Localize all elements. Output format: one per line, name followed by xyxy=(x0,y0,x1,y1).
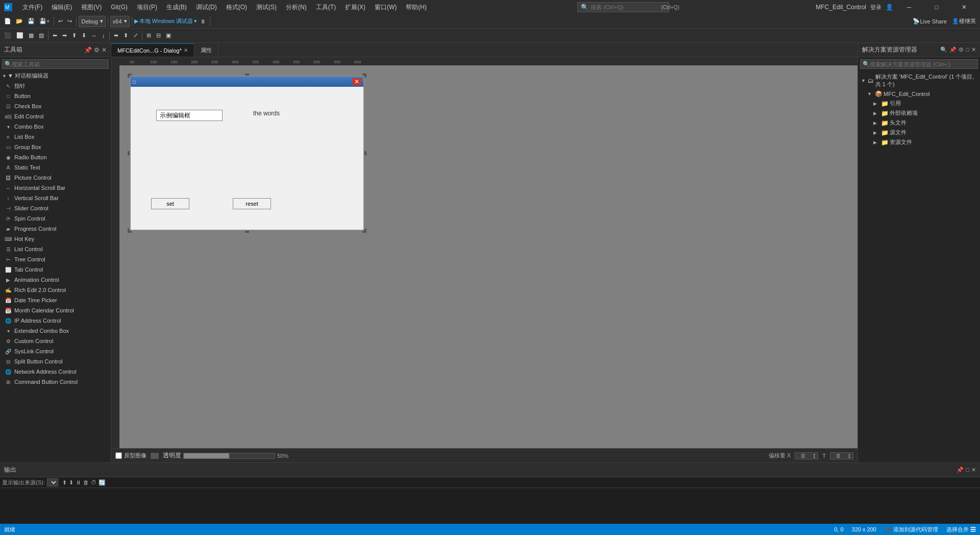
toolbox-settings-icon[interactable]: ⚙ xyxy=(94,46,100,54)
open-btn[interactable]: 📂 xyxy=(14,16,25,27)
member-btn[interactable]: 👤 楼继英 xyxy=(950,16,978,27)
size-v-btn[interactable]: ⬍ xyxy=(121,30,130,41)
sol-search-icon[interactable]: 🔍 xyxy=(940,46,947,53)
platform-dropdown[interactable]: x64 ▾ xyxy=(110,16,130,27)
toolbox-item-progresscontrol[interactable]: ▰ Progress Control xyxy=(0,224,111,234)
close-button[interactable]: ✕ xyxy=(952,0,976,14)
output-pause-icon[interactable]: ⏸ xyxy=(76,479,81,486)
sol-settings-icon[interactable]: ⚙ xyxy=(959,46,964,53)
toolbox-close-icon[interactable]: ✕ xyxy=(102,46,107,54)
output-settings-icon[interactable]: ⏱ xyxy=(91,479,96,486)
align-right-btn[interactable]: ➡ xyxy=(60,30,69,41)
offset-y-down-button[interactable]: ▼ xyxy=(846,456,853,459)
toolbox-item-vscrollbar[interactable]: ↕ Vertical Scroll Bar xyxy=(0,193,111,203)
save-btn[interactable]: 💾 xyxy=(26,16,37,27)
status-selection[interactable]: 选择合并 ☰ xyxy=(946,526,976,533)
toolbox-item-syslinkcontrol[interactable]: 🔗 SysLink Control xyxy=(0,346,111,356)
sol-close-icon[interactable]: ✕ xyxy=(971,46,976,53)
toolbox-item-animationcontrol[interactable]: ▶ Animation Control xyxy=(0,275,111,285)
tab-order-btn[interactable]: ⊟ xyxy=(154,30,163,41)
canvas-main[interactable]: 50100150200250300350400450500550600 xyxy=(111,57,857,463)
align-center-h-btn[interactable]: ↔ xyxy=(89,30,99,41)
tab-properties[interactable]: 属性 xyxy=(194,43,218,57)
status-add-source[interactable]: ➕ 添加到源代码管理 xyxy=(885,526,938,533)
sol-pin-icon[interactable]: 📌 xyxy=(949,46,957,53)
toolbox-item-splitbutton[interactable]: ⊟ Split Button Control xyxy=(0,356,111,367)
menu-edit[interactable]: 编辑(E) xyxy=(47,2,76,13)
output-pin-icon[interactable]: 📌 xyxy=(957,467,964,473)
menu-analyze[interactable]: 分析(N) xyxy=(282,2,311,13)
menu-git[interactable]: Git(G) xyxy=(107,3,132,12)
format-btn1[interactable]: ⬛ xyxy=(2,30,13,41)
solution-search-input[interactable] xyxy=(870,61,975,67)
toolbox-item-listbox[interactable]: ≡ List Box xyxy=(0,132,111,142)
toolbox-item-picturecontrol[interactable]: 🖼 Picture Control xyxy=(0,173,111,183)
align-center-v-btn[interactable]: ↕ xyxy=(100,30,107,41)
maximize-button[interactable]: □ xyxy=(925,0,948,14)
dialog-reset-button[interactable]: reset xyxy=(233,198,271,209)
menu-project[interactable]: 项目(P) xyxy=(133,2,161,13)
grid-btn[interactable]: ⊞ xyxy=(144,30,153,41)
toolbox-item-editcontrol[interactable]: ab| Edit Control xyxy=(0,111,111,121)
format-btn3[interactable]: ▦ xyxy=(27,30,36,41)
toolbox-item-ipaddress[interactable]: 🌐 IP Address Control xyxy=(0,315,111,326)
toolbox-item-datetimepicker[interactable]: 📅 Date Time Picker xyxy=(0,295,111,305)
toolbox-item-button[interactable]: □ Button xyxy=(0,91,111,101)
offset-y-spinner[interactable]: ▲ ▼ xyxy=(830,452,853,459)
offset-x-down-button[interactable]: ▼ xyxy=(811,456,818,459)
redo-btn[interactable]: ↪ xyxy=(65,16,74,27)
sol-maximize-icon[interactable]: □ xyxy=(966,46,969,53)
toolbox-item-monthcalendar[interactable]: 📆 Month Calendar Control xyxy=(0,305,111,315)
tree-external-deps[interactable]: ▶ 📁 外部依赖项 xyxy=(859,108,979,118)
toolbox-item-tabcontrol[interactable]: ⬜ Tab Control xyxy=(0,264,111,275)
output-up-icon[interactable]: ⬆ xyxy=(62,479,67,486)
output-maximize-icon[interactable]: □ xyxy=(966,467,969,473)
debug-mode-dropdown[interactable]: Debug ▾ xyxy=(79,16,105,27)
prototype-image-checkbox-label[interactable]: 原型图像 xyxy=(115,452,146,459)
solution-root-item[interactable]: ▼ 🗂 解决方案 'MFC_Edit_Control' (1 个项目, 共 1 … xyxy=(859,72,979,89)
dialog-edit-control[interactable] xyxy=(156,110,223,121)
solution-search-box[interactable]: 🔍 xyxy=(860,59,978,69)
align-bottom-btn[interactable]: ⬇ xyxy=(80,30,88,41)
menu-help[interactable]: 帮助(H) xyxy=(402,2,431,13)
format-btn2[interactable]: ⬜ xyxy=(14,30,26,41)
canvas-scroll[interactable]: □ ✕ the words set reset xyxy=(111,65,857,448)
menu-build[interactable]: 生成(B) xyxy=(162,2,191,13)
toolbox-item-hotkey[interactable]: ⌨ Hot Key xyxy=(0,234,111,244)
toolbox-item-extendedcombo[interactable]: ▾ Extended Combo Box xyxy=(0,326,111,336)
live-share-btn[interactable]: 📡 Live Share xyxy=(911,16,949,27)
toolbox-item-radiobutton[interactable]: ◉ Radio Button xyxy=(0,152,111,162)
tree-resources[interactable]: ▶ 📁 资源文件 xyxy=(859,137,979,147)
save-all-btn[interactable]: 💾+ xyxy=(37,16,52,27)
run-button[interactable]: ▶ 本地 Windows 调试器 ▾ xyxy=(134,16,198,27)
toolbox-item-combobox[interactable]: ▾ Combo Box xyxy=(0,121,111,132)
output-close-icon[interactable]: ✕ xyxy=(971,467,976,473)
dialog-close-button[interactable]: ✕ xyxy=(352,78,361,85)
output-source-dropdown[interactable] xyxy=(47,478,58,487)
align-top-btn[interactable]: ⬆ xyxy=(70,30,79,41)
menu-test[interactable]: 测试(S) xyxy=(252,2,281,13)
output-down-icon[interactable]: ⬇ xyxy=(69,479,74,486)
toolbox-item-spincontrol[interactable]: ⟳ Spin Control xyxy=(0,213,111,224)
login-button[interactable]: 登录 xyxy=(870,4,881,11)
offset-x-input[interactable] xyxy=(795,453,811,459)
format-btn4[interactable]: ▧ xyxy=(37,30,46,41)
dialog-set-button[interactable]: set xyxy=(151,198,189,209)
new-file-btn[interactable]: 📄 xyxy=(2,16,13,27)
tree-references[interactable]: ▶ 📁 引用 xyxy=(859,99,979,108)
toolbox-item-networkaddress[interactable]: 🌐 Network Address Control xyxy=(0,367,111,377)
output-refresh-icon[interactable]: 🔄 xyxy=(99,479,106,486)
tab-dialog[interactable]: MFCEditCon...G - Dialog* ✕ xyxy=(111,43,194,57)
toolbox-search-input[interactable] xyxy=(12,61,106,67)
toolbox-search[interactable]: 🔍 xyxy=(2,59,109,69)
menu-view[interactable]: 视图(V) xyxy=(77,2,106,13)
project-item[interactable]: ▼ 📦 MFC_Edit_Control xyxy=(859,89,979,99)
global-search-box[interactable]: 🔍 (Ctrl+Q) xyxy=(577,2,669,12)
size-both-btn[interactable]: ⤢ xyxy=(131,30,140,41)
menu-debug[interactable]: 调试(D) xyxy=(192,2,221,13)
horizontal-scrollbar[interactable] xyxy=(151,453,159,459)
toolbox-item-checkbox[interactable]: ☑ Check Box xyxy=(0,101,111,111)
toolbox-item-richedit20[interactable]: ✍ Rich Edit 2.0 Control xyxy=(0,285,111,295)
undo-btn[interactable]: ↩ xyxy=(56,16,65,27)
toolbox-item-hscrollbar[interactable]: ↔ Horizontal Scroll Bar xyxy=(0,183,111,193)
